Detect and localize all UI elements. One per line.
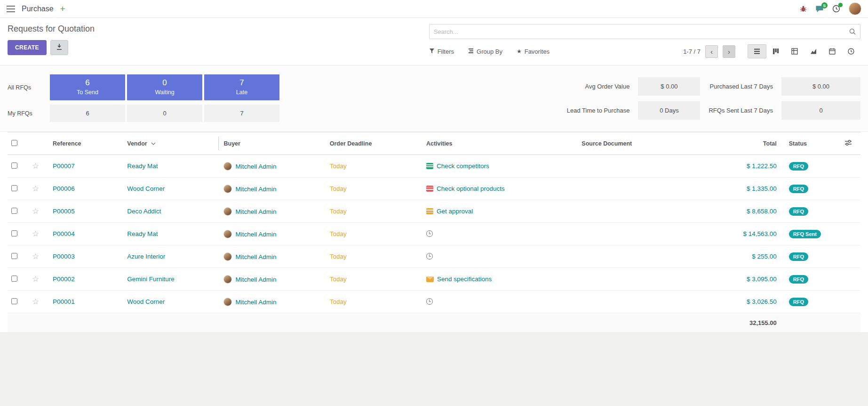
status-header-label: Status — [789, 140, 807, 147]
activity-icon[interactable] — [426, 186, 433, 192]
vendor-link[interactable]: Wood Corner — [127, 298, 165, 305]
favorite-star-icon[interactable]: ☆ — [32, 252, 39, 261]
top-navbar: Purchase + 5 — [0, 0, 868, 18]
activity-icon[interactable] — [426, 208, 433, 214]
col-header-order-deadline[interactable]: Order Deadline — [326, 132, 422, 155]
menu-toggle-icon[interactable] — [7, 6, 15, 12]
rfq-counters: All RFQs 6 To Send 0 Waiting 7 Late My R… — [8, 74, 279, 122]
row-select-checkbox[interactable] — [11, 253, 17, 259]
debug-bug-icon[interactable] — [800, 5, 807, 12]
rfq-reference-link[interactable]: P00003 — [53, 253, 75, 260]
activity-label[interactable]: Check optional products — [437, 185, 505, 192]
rfq-table-row[interactable]: ☆ P00002 Gemini Furniture Mitchell Admin… — [8, 268, 860, 291]
favorite-star-icon[interactable]: ☆ — [32, 162, 39, 171]
activity-label[interactable]: Check competitors — [437, 162, 489, 170]
col-header-status[interactable]: Status — [785, 132, 841, 155]
rfq-reference-link[interactable]: P00002 — [53, 276, 75, 283]
favorite-star-icon[interactable]: ☆ — [32, 207, 39, 216]
buyer-link[interactable]: Mitchell Admin — [235, 163, 276, 170]
rfq-reference-link[interactable]: P00007 — [53, 162, 75, 170]
rfqs-sent-last-7-days[interactable]: 0 — [781, 101, 860, 120]
activity-icon[interactable] — [426, 298, 433, 305]
favorite-star-icon[interactable]: ☆ — [32, 275, 39, 284]
view-activity-button[interactable] — [842, 44, 860, 58]
col-header-reference[interactable]: Reference — [49, 132, 123, 155]
vendor-link[interactable]: Gemini Furniture — [127, 276, 175, 283]
rfq-reference-link[interactable]: P00006 — [53, 185, 75, 192]
rfq-table-row[interactable]: ☆ P00006 Wood Corner Mitchell Admin Toda… — [8, 178, 860, 200]
row-select-checkbox[interactable] — [11, 208, 17, 214]
view-graph-button[interactable] — [804, 44, 823, 58]
vendor-link[interactable]: Ready Mat — [127, 230, 158, 237]
buyer-link[interactable]: Mitchell Admin — [235, 186, 276, 193]
view-pivot-button[interactable] — [785, 44, 804, 58]
pager-next-button[interactable]: › — [723, 45, 735, 58]
search-icon[interactable] — [849, 28, 856, 37]
add-tab-icon[interactable]: + — [60, 4, 65, 13]
buyer-link[interactable]: Mitchell Admin — [235, 253, 276, 260]
filters-button[interactable]: Filters — [429, 48, 454, 55]
view-list-button[interactable] — [748, 44, 766, 58]
row-select-checkbox[interactable] — [11, 185, 17, 191]
buyer-link[interactable]: Mitchell Admin — [235, 231, 276, 238]
activity-label[interactable]: Send specifications — [437, 276, 492, 283]
row-select-checkbox[interactable] — [11, 162, 17, 169]
optional-columns-icon[interactable] — [844, 141, 852, 148]
vendor-link[interactable]: Ready Mat — [127, 162, 158, 170]
group-by-button[interactable]: Group By — [468, 48, 502, 55]
rfq-table-row[interactable]: ☆ P00004 Ready Mat Mitchell Admin Today … — [8, 223, 860, 245]
buyer-link[interactable]: Mitchell Admin — [235, 299, 276, 306]
vendor-link[interactable]: Wood Corner — [127, 185, 165, 192]
vendor-link[interactable]: Deco Addict — [127, 208, 161, 215]
rfq-table-row[interactable]: ☆ P00005 Deco Addict Mitchell Admin Toda… — [8, 200, 860, 223]
reference-header-label: Reference — [53, 140, 81, 147]
vendor-link[interactable]: Azure Interior — [127, 253, 165, 260]
rfq-table-row[interactable]: ☆ P00003 Azure Interior Mitchell Admin T… — [8, 245, 860, 268]
favorite-star-icon[interactable]: ☆ — [32, 184, 39, 193]
col-header-buyer[interactable]: Buyer — [220, 132, 326, 155]
col-header-total[interactable]: Total — [701, 132, 785, 155]
user-avatar[interactable] — [849, 2, 861, 15]
col-header-activities[interactable]: Activities — [422, 132, 578, 155]
my-waiting-count[interactable]: 0 — [127, 105, 202, 122]
lead-time-value[interactable]: 0 Days — [638, 101, 700, 120]
row-select-checkbox[interactable] — [11, 230, 17, 236]
favorites-button[interactable]: ★ Favorites — [517, 48, 549, 55]
tile-waiting[interactable]: 0 Waiting — [127, 74, 202, 100]
activities-clock-icon[interactable] — [832, 5, 840, 13]
favorites-label: Favorites — [525, 48, 549, 55]
rfq-reference-link[interactable]: P00004 — [53, 230, 75, 237]
create-button[interactable]: CREATE — [8, 40, 47, 55]
purchased-last-7-days[interactable]: $ 0.00 — [781, 77, 860, 96]
search-input[interactable] — [429, 24, 860, 39]
view-calendar-button[interactable] — [823, 44, 842, 58]
view-kanban-button[interactable] — [766, 44, 785, 58]
tile-late[interactable]: 7 Late — [204, 74, 279, 100]
activity-icon[interactable] — [426, 163, 433, 169]
activity-icon[interactable] — [426, 230, 433, 237]
rfq-reference-link[interactable]: P00001 — [53, 298, 75, 305]
col-header-vendor[interactable]: Vendor — [123, 132, 220, 155]
activity-label[interactable]: Get approval — [437, 208, 473, 215]
messages-icon[interactable]: 5 — [815, 5, 824, 13]
activity-icon[interactable] — [426, 276, 434, 282]
col-header-source-document[interactable]: Source Document — [578, 132, 700, 155]
buyer-link[interactable]: Mitchell Admin — [235, 208, 276, 215]
row-select-checkbox[interactable] — [11, 298, 17, 304]
activity-icon[interactable] — [426, 253, 433, 260]
buyer-link[interactable]: Mitchell Admin — [235, 276, 276, 283]
my-to-send-count[interactable]: 6 — [50, 105, 125, 122]
rfq-table-row[interactable]: ☆ P00007 Ready Mat Mitchell Admin Today … — [8, 155, 860, 178]
rfq-reference-link[interactable]: P00005 — [53, 208, 75, 215]
avg-order-value[interactable]: $ 0.00 — [638, 77, 700, 96]
export-button[interactable] — [50, 40, 68, 55]
row-select-checkbox[interactable] — [11, 276, 17, 282]
pager-previous-button[interactable]: ‹ — [705, 45, 718, 58]
rfq-table-row[interactable]: ☆ P00001 Wood Corner Mitchell Admin Toda… — [8, 291, 860, 313]
tile-to-send[interactable]: 6 To Send — [50, 74, 125, 100]
my-late-count[interactable]: 7 — [204, 105, 279, 122]
app-menu-purchase[interactable]: Purchase — [22, 5, 54, 13]
select-all-checkbox[interactable] — [11, 140, 17, 146]
favorite-star-icon[interactable]: ☆ — [32, 229, 39, 238]
favorite-star-icon[interactable]: ☆ — [32, 297, 39, 306]
